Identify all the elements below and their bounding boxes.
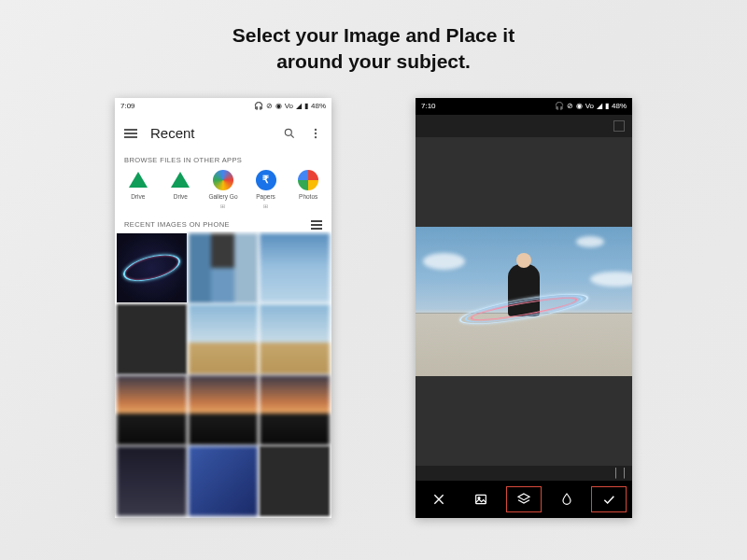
app-label: Gallery Go — [208, 193, 237, 200]
highlight-box — [591, 486, 627, 512]
battery-icon: ▮ — [304, 102, 308, 110]
opacity-button[interactable] — [545, 481, 588, 518]
indicator-icon: ⊞ — [263, 203, 268, 209]
svg-point-4 — [315, 136, 317, 138]
signal-icon: ◢ — [296, 102, 302, 110]
app-label: Papers — [256, 193, 275, 200]
cloud — [590, 272, 632, 287]
editor-top-bar — [416, 115, 632, 137]
menu-icon[interactable] — [124, 129, 137, 138]
gallery-icon — [213, 170, 233, 190]
editor-canvas[interactable] — [416, 137, 632, 466]
battery-icon: ▮ — [605, 102, 609, 110]
wifi-icon: ◉ — [275, 102, 282, 110]
drive-icon — [128, 170, 148, 190]
thumbnail[interactable] — [117, 446, 187, 516]
thumbnail[interactable] — [260, 304, 330, 374]
editor-screen: 7:10 🎧 ⊘ ◉ Vo ◢ ▮ 48% — [416, 98, 632, 518]
battery-percent: 48% — [311, 102, 326, 110]
recent-images-label: RECENT IMAGES ON PHONE — [124, 220, 230, 229]
thumbnail[interactable] — [260, 446, 330, 516]
image-grid — [115, 231, 331, 518]
layers-button[interactable] — [502, 481, 545, 518]
thumbnail[interactable] — [189, 446, 259, 516]
composited-image[interactable] — [416, 227, 632, 376]
app-photos[interactable]: Photos — [289, 170, 327, 209]
editor-toolbar — [416, 481, 632, 518]
page-title: Recent — [150, 125, 270, 141]
highlight-box — [506, 486, 542, 512]
thumbnail[interactable] — [189, 304, 259, 374]
instruction-heading: Select your Image and Place it around yo… — [233, 22, 514, 76]
papers-icon: ₹ — [256, 170, 276, 190]
compare-icon[interactable] — [613, 120, 625, 132]
indicator-icon: ⊞ — [220, 203, 225, 209]
battery-percent: 48% — [612, 102, 627, 110]
file-picker-screen: 7:09 🎧 ⊘ ◉ Vo ◢ ▮ 48% Recent BROWSE FILE… — [115, 98, 331, 518]
thumbnail[interactable] — [189, 375, 259, 445]
thumbnail-spiral[interactable] — [117, 233, 187, 303]
app-drive-1[interactable]: Drive — [120, 170, 157, 209]
drive-icon — [170, 170, 190, 190]
app-label: Drive — [174, 193, 188, 200]
app-drive-2[interactable]: Drive — [162, 170, 199, 209]
carrier-label: Vo — [285, 102, 293, 110]
thumbnail[interactable] — [189, 233, 259, 303]
svg-point-3 — [315, 133, 317, 134]
headline-line-2: around your subject. — [233, 49, 514, 75]
status-time: 7:10 — [421, 102, 436, 110]
thumbnail[interactable] — [117, 304, 187, 374]
subject-person — [508, 264, 540, 316]
svg-line-1 — [291, 134, 294, 137]
add-image-button[interactable] — [460, 481, 503, 518]
signal-icon: ◢ — [597, 102, 602, 110]
confirm-button[interactable] — [587, 481, 630, 518]
headline-line-1: Select your Image and Place it — [233, 22, 514, 49]
app-papers[interactable]: ₹ Papers ⊞ — [247, 170, 285, 209]
wifi-icon: ◉ — [576, 102, 583, 110]
headphones-icon: 🎧 — [555, 102, 564, 110]
cloud — [576, 236, 604, 247]
apps-row: Drive Drive Gallery Go ⊞ ₹ Papers ⊞ Phot… — [115, 166, 331, 217]
bookmark-icon[interactable] — [615, 468, 625, 479]
status-time: 7:09 — [120, 102, 135, 110]
search-icon[interactable] — [283, 127, 296, 140]
editor-bottom-bar — [416, 466, 632, 481]
svg-point-0 — [285, 129, 291, 135]
opacity-icon — [559, 492, 574, 507]
carrier-label: Vo — [585, 102, 594, 110]
app-bar: Recent — [115, 115, 331, 152]
thumbnail[interactable] — [260, 375, 330, 445]
dnd-icon: ⊘ — [567, 102, 573, 110]
photos-icon — [298, 170, 318, 190]
thumbnail[interactable] — [117, 375, 187, 445]
image-icon — [473, 492, 488, 507]
dnd-icon: ⊘ — [266, 102, 273, 110]
phones-row: 7:09 🎧 ⊘ ◉ Vo ◢ ▮ 48% Recent BROWSE FILE… — [115, 98, 632, 518]
close-icon — [431, 492, 446, 507]
app-gallery-go[interactable]: Gallery Go ⊞ — [204, 170, 242, 209]
more-icon[interactable] — [309, 127, 322, 140]
headphones-icon: 🎧 — [254, 102, 263, 110]
app-label: Drive — [131, 193, 145, 200]
status-bar: 7:10 🎧 ⊘ ◉ Vo ◢ ▮ 48% — [416, 98, 632, 115]
cloud — [423, 253, 465, 270]
status-bar: 7:09 🎧 ⊘ ◉ Vo ◢ ▮ 48% — [115, 98, 331, 115]
browse-apps-label: BROWSE FILES IN OTHER APPS — [115, 152, 331, 166]
list-view-icon[interactable] — [311, 220, 322, 230]
svg-point-2 — [315, 128, 317, 130]
thumbnail[interactable] — [260, 233, 330, 303]
app-label: Photos — [299, 193, 317, 200]
svg-rect-7 — [476, 495, 486, 503]
close-button[interactable] — [417, 481, 460, 518]
